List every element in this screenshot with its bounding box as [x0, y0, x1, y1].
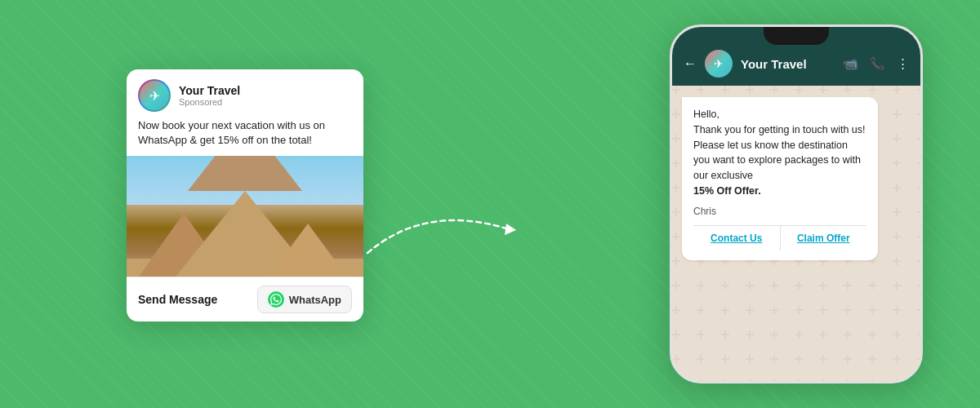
phone-call-icon[interactable]: 📞: [870, 56, 885, 71]
arrow-connector: [359, 188, 523, 269]
ad-footer: Send Message WhatsApp: [127, 277, 363, 322]
claim-offer-label: Claim Offer: [797, 233, 850, 244]
ad-sponsored-label: Sponsored: [179, 97, 240, 107]
whatsapp-icon: [268, 291, 284, 308]
brand-avatar: ✈: [138, 79, 171, 112]
menu-icon[interactable]: ⋮: [897, 56, 909, 71]
message-bubble: Hello, Thank you for getting in touch wi…: [682, 97, 878, 260]
chat-area: Hello, Thank you for getting in touch wi…: [672, 86, 920, 381]
ad-card: ✈ Your Travel Sponsored Now book your ne…: [127, 69, 363, 322]
message-line2: Please let us know the destination you w…: [693, 140, 861, 182]
message-line1: Thank you for getting in touch with us!: [693, 124, 866, 135]
phone-mockup: ← ✈ Your Travel 📹 📞 ⋮ Hello, Thank you f…: [670, 24, 923, 384]
avatar-inner: ✈: [140, 81, 169, 110]
phone-contact-name: Your Travel: [741, 57, 835, 71]
ad-image: [127, 156, 363, 277]
send-message-label: Send Message: [138, 293, 257, 306]
video-call-icon[interactable]: 📹: [843, 56, 858, 71]
contact-us-button[interactable]: Contact Us: [693, 226, 781, 251]
message-highlight: 15% Off Offer.: [693, 185, 761, 197]
svg-marker-0: [505, 224, 516, 235]
ad-body-text: Now book your next vacation with us on W…: [127, 118, 363, 156]
phone-notch: [764, 27, 829, 45]
phone-contact-avatar: ✈: [705, 50, 733, 78]
ad-brand-name: Your Travel: [179, 84, 240, 97]
message-sender: Chris: [693, 206, 866, 217]
message-greeting: Hello,: [693, 109, 719, 120]
contact-us-label: Contact Us: [710, 233, 762, 244]
back-arrow-icon[interactable]: ←: [684, 56, 697, 71]
ad-card-header: ✈ Your Travel Sponsored: [127, 69, 363, 118]
ad-header-text: Your Travel Sponsored: [179, 84, 240, 107]
message-content: Hello, Thank you for getting in touch wi…: [693, 107, 866, 199]
phone-action-icons: 📹 📞 ⋮: [843, 56, 909, 71]
whatsapp-label: WhatsApp: [289, 294, 341, 306]
pyramid-right: [269, 224, 347, 277]
whatsapp-button[interactable]: WhatsApp: [257, 286, 352, 313]
claim-offer-button[interactable]: Claim Offer: [781, 226, 867, 251]
message-action-buttons: Contact Us Claim Offer: [693, 225, 866, 251]
phone-screen: ← ✈ Your Travel 📹 📞 ⋮ Hello, Thank you f…: [672, 27, 920, 381]
